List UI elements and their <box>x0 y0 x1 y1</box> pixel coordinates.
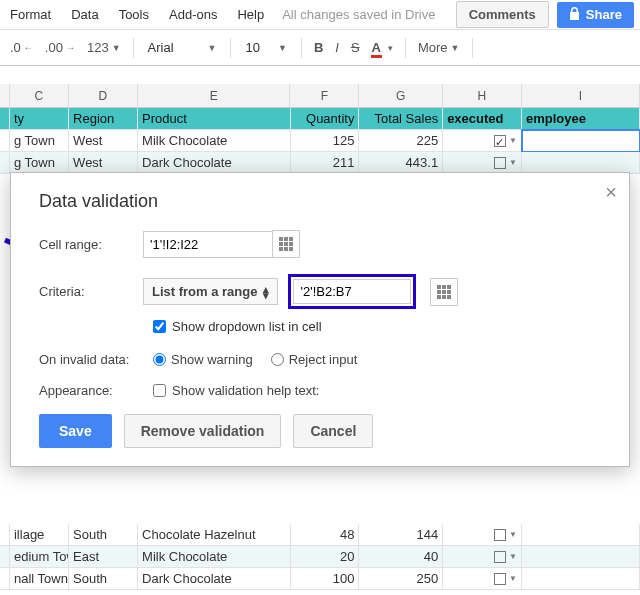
cell[interactable]: Region <box>69 108 138 130</box>
cell[interactable]: executed <box>443 108 522 130</box>
cell[interactable]: Dark Chocolate <box>138 568 290 590</box>
italic-button[interactable]: I <box>329 36 345 59</box>
column-header[interactable]: E <box>138 84 291 107</box>
cell[interactable]: 443.1 <box>359 152 443 174</box>
selected-cell[interactable] <box>522 130 640 152</box>
cell[interactable]: Milk Chocolate <box>138 130 290 152</box>
increase-decimal[interactable]: .00→ <box>39 36 81 59</box>
reject-input-radio[interactable] <box>271 353 284 366</box>
cell[interactable]: West <box>69 130 138 152</box>
cell[interactable]: nall Town <box>10 568 69 590</box>
cell[interactable]: 100 <box>291 568 360 590</box>
cell[interactable]: 144 <box>359 524 443 546</box>
cell[interactable]: 20 <box>291 546 360 568</box>
checkbox-icon[interactable] <box>494 551 506 563</box>
cell[interactable] <box>0 108 10 130</box>
show-warning-option[interactable]: Show warning <box>153 352 253 367</box>
cell[interactable]: ▼ <box>443 568 522 590</box>
cell[interactable]: West <box>69 152 138 174</box>
menu-data[interactable]: Data <box>61 3 108 26</box>
bold-button[interactable]: B <box>308 36 329 59</box>
column-header[interactable]: F <box>290 84 359 107</box>
checkbox-icon[interactable] <box>494 135 506 147</box>
number-format[interactable]: 123▼ <box>81 36 127 59</box>
cell[interactable]: ty <box>10 108 69 130</box>
cell[interactable]: East <box>69 546 138 568</box>
cell[interactable] <box>522 152 640 174</box>
column-header[interactable]: G <box>359 84 443 107</box>
range-picker-button[interactable] <box>430 278 458 306</box>
dropdown-icon[interactable]: ▼ <box>509 130 517 151</box>
cell[interactable]: edium Town <box>10 546 69 568</box>
menu-help[interactable]: Help <box>227 3 274 26</box>
dropdown-icon[interactable]: ▼ <box>509 546 517 567</box>
help-text-checkbox[interactable] <box>153 384 166 397</box>
share-button[interactable]: Share <box>557 2 634 28</box>
text-color-button[interactable]: A▾ <box>366 36 399 59</box>
cell[interactable]: g Town <box>10 152 69 174</box>
cell[interactable] <box>522 524 640 546</box>
menu-tools[interactable]: Tools <box>109 3 159 26</box>
checkbox-icon[interactable] <box>494 529 506 541</box>
cell[interactable] <box>0 152 10 174</box>
cell[interactable] <box>0 546 10 568</box>
cell-range-input[interactable] <box>143 231 273 258</box>
cell[interactable]: ▼ <box>443 546 522 568</box>
font-family-select[interactable]: Arial▼ <box>140 36 225 59</box>
cell[interactable]: ▼ <box>443 152 522 174</box>
column-header[interactable]: D <box>69 84 138 107</box>
save-button[interactable]: Save <box>39 414 112 448</box>
cell[interactable] <box>0 130 10 152</box>
close-icon[interactable]: × <box>605 181 617 204</box>
comments-button[interactable]: Comments <box>456 1 549 28</box>
cell[interactable]: Quantity <box>291 108 360 130</box>
cell[interactable]: Total Sales <box>359 108 443 130</box>
menu-addons[interactable]: Add-ons <box>159 3 227 26</box>
data-row: illage South Chocolate Hazelnut 48 144 ▼ <box>0 524 640 546</box>
show-warning-radio[interactable] <box>153 353 166 366</box>
cell[interactable]: South <box>69 524 138 546</box>
cell[interactable] <box>0 524 10 546</box>
cell[interactable]: g Town <box>10 130 69 152</box>
more-button[interactable]: More▼ <box>412 36 466 59</box>
cell[interactable]: 40 <box>359 546 443 568</box>
cancel-button[interactable]: Cancel <box>293 414 373 448</box>
decrease-decimal[interactable]: .0← <box>4 36 39 59</box>
checkbox-icon[interactable] <box>494 157 506 169</box>
show-dropdown-row: Show dropdown list in cell <box>153 319 607 334</box>
column-header[interactable]: H <box>443 84 522 107</box>
cell[interactable]: Dark Chocolate <box>138 152 290 174</box>
show-dropdown-checkbox[interactable] <box>153 320 166 333</box>
cell[interactable]: ▼ <box>443 130 522 152</box>
cell[interactable]: ▼ <box>443 524 522 546</box>
cell[interactable]: 211 <box>291 152 360 174</box>
dropdown-icon[interactable]: ▼ <box>509 524 517 545</box>
cell[interactable]: Milk Chocolate <box>138 546 290 568</box>
column-header[interactable]: I <box>522 84 640 107</box>
dropdown-icon[interactable]: ▼ <box>509 152 517 173</box>
font-size-select[interactable]: 10▼ <box>237 36 294 59</box>
criteria-type-select[interactable]: List from a range▴▾ <box>143 278 278 305</box>
reject-input-option[interactable]: Reject input <box>271 352 358 367</box>
cell[interactable]: 125 <box>291 130 360 152</box>
cell[interactable]: 48 <box>291 524 360 546</box>
cell[interactable]: illage <box>10 524 69 546</box>
cell[interactable]: 225 <box>359 130 443 152</box>
column-header[interactable] <box>0 84 10 107</box>
cell[interactable]: Chocolate Hazelnut <box>138 524 290 546</box>
menu-format[interactable]: Format <box>0 3 61 26</box>
cell[interactable]: employee <box>522 108 640 130</box>
remove-validation-button[interactable]: Remove validation <box>124 414 282 448</box>
range-picker-button[interactable] <box>272 230 300 258</box>
cell[interactable] <box>0 568 10 590</box>
cell[interactable]: Product <box>138 108 290 130</box>
cell[interactable] <box>522 568 640 590</box>
cell[interactable]: South <box>69 568 138 590</box>
dropdown-icon[interactable]: ▼ <box>509 568 517 589</box>
checkbox-icon[interactable] <box>494 573 506 585</box>
cell[interactable]: 250 <box>359 568 443 590</box>
criteria-range-input[interactable] <box>293 279 411 304</box>
strikethrough-button[interactable]: S <box>345 36 366 59</box>
column-header[interactable]: C <box>10 84 69 107</box>
cell[interactable] <box>522 546 640 568</box>
